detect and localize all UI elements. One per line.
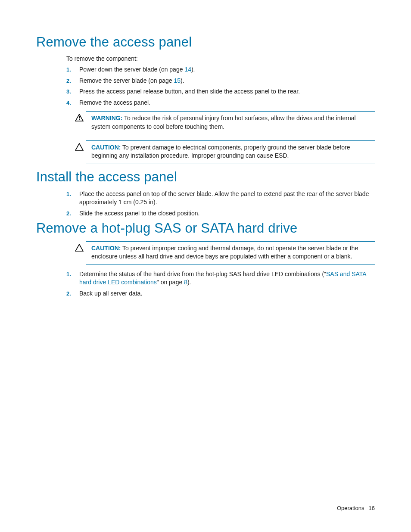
svg-rect-1 — [79, 116, 80, 118]
caution-label: CAUTION: — [91, 144, 121, 151]
step-text: Place the access panel on top of the ser… — [79, 190, 375, 207]
step-number: 1. — [66, 66, 79, 74]
step-text: Power down the server blade (on page 14)… — [79, 65, 375, 74]
list-item: 2. Slide the access panel to the closed … — [66, 209, 375, 218]
svg-marker-4 — [75, 244, 83, 251]
list-item: 2. Remove the server blade (on page 15). — [66, 77, 375, 85]
list-item: 1. Power down the server blade (on page … — [66, 65, 375, 74]
heading-remove-access-panel: Remove the access panel — [36, 34, 375, 50]
warning-text: To reduce the risk of personal injury fr… — [91, 115, 356, 130]
step-text: Remove the server blade (on page 15). — [79, 77, 375, 85]
caution-callout: CAUTION: To prevent improper cooling and… — [75, 241, 375, 265]
warning-icon — [75, 111, 86, 121]
step-text: Determine the status of the hard drive f… — [79, 270, 375, 287]
step-number: 4. — [66, 99, 79, 107]
step-number: 1. — [66, 271, 79, 278]
caution-label: CAUTION: — [91, 245, 121, 252]
step-number: 2. — [66, 290, 79, 298]
page-link[interactable]: 15 — [174, 77, 181, 84]
steps-remove-access-panel: 1. Power down the server blade (on page … — [66, 65, 375, 107]
list-item: 3. Press the access panel release button… — [66, 87, 375, 96]
list-item: 1. Determine the status of the hard driv… — [66, 270, 375, 287]
steps-install-access-panel: 1. Place the access panel on top of the … — [66, 190, 375, 218]
step-text: Slide the access panel to the closed pos… — [79, 209, 375, 218]
step-number: 1. — [66, 190, 79, 198]
caution-icon — [75, 140, 86, 151]
heading-install-access-panel: Install the access panel — [36, 169, 375, 185]
caution-text: To prevent damage to electrical componen… — [91, 144, 350, 159]
caution-callout: CAUTION: To prevent damage to electrical… — [75, 140, 375, 164]
page-link[interactable]: 8 — [184, 279, 187, 286]
step-text: Back up all server data. — [79, 289, 375, 298]
step-number: 3. — [66, 88, 79, 96]
caution-icon — [75, 241, 86, 252]
step-text: Remove the access panel. — [79, 99, 375, 107]
svg-rect-2 — [79, 119, 80, 120]
page-link[interactable]: 14 — [184, 66, 191, 73]
steps-remove-hotplug-drive: 1. Determine the status of the hard driv… — [66, 270, 375, 298]
heading-remove-hotplug-drive: Remove a hot-plug SAS or SATA hard drive — [36, 221, 375, 236]
footer-section: Operations — [337, 505, 364, 511]
list-item: 4. Remove the access panel. — [66, 99, 375, 107]
step-number: 2. — [66, 210, 79, 218]
warning-callout: WARNING: To reduce the risk of personal … — [75, 111, 375, 135]
step-number: 2. — [66, 77, 79, 85]
step-text: Press the access panel release button, a… — [79, 87, 375, 96]
list-item: 2. Back up all server data. — [66, 289, 375, 298]
svg-marker-3 — [75, 143, 83, 150]
intro-text: To remove the component: — [66, 55, 375, 62]
warning-label: WARNING: — [91, 115, 122, 121]
page-footer: Operations16 — [337, 505, 375, 511]
caution-text: To prevent improper cooling and thermal … — [91, 245, 358, 260]
list-item: 1. Place the access panel on top of the … — [66, 190, 375, 207]
footer-page-number: 16 — [369, 505, 375, 511]
